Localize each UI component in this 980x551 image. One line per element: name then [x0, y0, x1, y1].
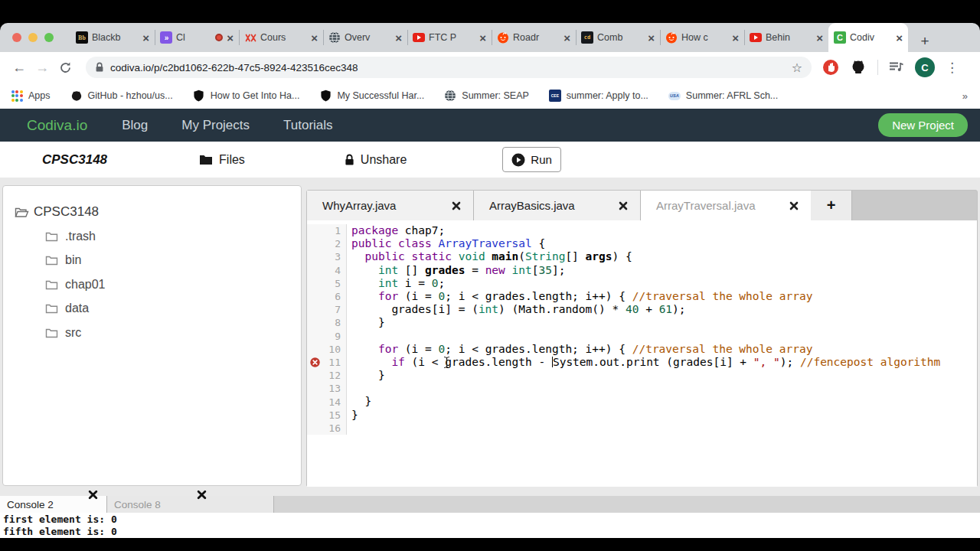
forward-icon[interactable]: → [31, 60, 54, 76]
code-text: int [] grades = new int[35]; [347, 264, 565, 277]
unshare-button[interactable]: Unshare [345, 153, 407, 167]
file-tree-folder-src[interactable]: src [3, 321, 301, 345]
browser-tab-cl[interactable]: »Cl× [155, 23, 239, 52]
tab-close-icon[interactable]: × [564, 32, 570, 44]
code-line[interactable]: 7 grades[i] = (int) (Math.random() * 40 … [307, 303, 977, 316]
tab-title: Blackb [92, 32, 139, 43]
nav-link-blog[interactable]: Blog [122, 118, 148, 133]
new-project-button[interactable]: New Project [878, 113, 968, 137]
nav-link-tutorials[interactable]: Tutorials [283, 118, 333, 133]
bookmark-star-icon[interactable]: ☆ [792, 60, 802, 75]
file-tree-folder-bin[interactable]: bin [3, 249, 301, 273]
code-line[interactable]: 15} [307, 409, 977, 422]
code-editor[interactable]: 1package chap7;2public class ArrayTraver… [307, 220, 977, 487]
tab-close-icon[interactable]: × [648, 32, 655, 44]
back-icon[interactable]: ← [8, 60, 31, 76]
bookmark-how-to-get-into-ha-[interactable]: How to Get Into Ha... [193, 90, 300, 102]
browser-tabs: BbBlackb×»Cl×Cours×Overv×FTC P×Roadr×cdC… [70, 23, 908, 52]
tab-close-icon[interactable]: × [311, 32, 318, 44]
folder-label: data [65, 302, 89, 315]
code-line[interactable]: 1package chap7; [307, 224, 977, 237]
browser-tab-how-c[interactable]: How c× [660, 23, 744, 52]
tab-close-icon[interactable]: × [732, 32, 739, 44]
bookmark-my-successful-har-[interactable]: My Successful Har... [319, 90, 424, 102]
close-icon[interactable] [619, 201, 628, 210]
gutter: 3 [307, 250, 347, 263]
code-line[interactable]: 13 [307, 382, 977, 395]
github-extension-icon[interactable] [850, 59, 867, 76]
tab-close-icon[interactable]: × [142, 32, 149, 44]
browser-tab-cours[interactable]: Cours× [239, 23, 323, 52]
adblock-icon[interactable] [822, 59, 839, 76]
editor-tab-arraytraversal-java[interactable]: ArrayTraversal.java [641, 191, 811, 220]
editor-tab-whyarray-java[interactable]: WhyArray.java [307, 191, 474, 220]
line-number: 12 [322, 370, 346, 381]
tab-close-icon[interactable]: × [896, 32, 903, 44]
close-icon[interactable] [452, 201, 461, 210]
bookmark-summer-afrl-sch-[interactable]: USASummer: AFRL Sch... [668, 90, 778, 102]
brand-logo[interactable]: Codiva.io [27, 117, 87, 134]
zoom-window-button[interactable] [44, 33, 54, 42]
file-tree-folder-trash[interactable]: .trash [3, 224, 301, 249]
profile-avatar[interactable]: C [915, 57, 935, 77]
unshare-label: Unshare [361, 153, 407, 167]
code-line[interactable]: 9 [307, 330, 977, 343]
code-line[interactable]: 10 for (i = 0; i < grades.length; i++) {… [307, 343, 977, 356]
browser-tab-blackb[interactable]: BbBlackb× [70, 23, 155, 52]
console-tab-console-2[interactable]: Console 2 [0, 496, 107, 513]
close-icon[interactable] [88, 490, 98, 500]
tab-close-icon[interactable]: × [227, 32, 234, 44]
close-icon[interactable] [197, 490, 207, 500]
url-field[interactable]: codiva.io/p/c2bd1062-622b-47c5-8924-4235… [86, 57, 812, 78]
code-line[interactable]: 2public class ArrayTraversal { [307, 237, 977, 250]
browser-tab-behin[interactable]: Behin× [744, 23, 828, 52]
console-tab-console-8[interactable]: Console 8 [107, 496, 274, 513]
browser-tab-codiv[interactable]: CCodiv× [828, 23, 908, 52]
reload-icon[interactable] [54, 61, 77, 74]
line-number: 1 [322, 225, 346, 236]
playlist-icon[interactable] [889, 61, 904, 73]
close-window-button[interactable] [12, 33, 21, 42]
file-tree-folder-data[interactable]: data [3, 297, 301, 321]
run-button[interactable]: Run [502, 147, 561, 172]
menu-kebab-icon[interactable]: ⋮ [946, 60, 959, 76]
code-line[interactable]: 14 } [307, 395, 977, 408]
close-icon[interactable] [789, 201, 799, 210]
bookmark-apps[interactable]: Apps [11, 90, 51, 102]
minimize-window-button[interactable] [28, 33, 38, 42]
code-line[interactable]: 8 } [307, 316, 977, 329]
new-tab-button[interactable]: + [914, 31, 936, 52]
tab-close-icon[interactable]: × [479, 32, 486, 44]
bookmark-summer-apply-to-[interactable]: CEEsummer: Apply to... [549, 90, 648, 102]
tab-close-icon[interactable]: × [816, 32, 823, 44]
tab-close-icon[interactable]: × [395, 32, 402, 44]
file-tree-root[interactable]: CPSC3148 [15, 204, 301, 220]
screen: BbBlackb×»Cl×Cours×Overv×FTC P×Roadr×cdC… [0, 0, 980, 551]
bookmarks-overflow-icon[interactable]: » [962, 90, 968, 102]
browser-tab-ftc-p[interactable]: FTC P× [407, 23, 492, 52]
tab-title: Comb [597, 32, 644, 43]
code-line[interactable]: 5 int i = 0; [307, 277, 977, 290]
editor-new-file-button[interactable]: + [811, 191, 852, 220]
code-line[interactable]: 3 public static void main(String[] args)… [307, 250, 977, 263]
code-line[interactable]: 16 [307, 422, 977, 435]
code-line[interactable]: 11 if (i < grades.length - System.out.pr… [307, 356, 977, 369]
tab-title: FTC P [429, 32, 475, 43]
code-line[interactable]: 6 for (i = 0; i < grades.length; i++) { … [307, 290, 977, 303]
nav-link-my-projects[interactable]: My Projects [181, 118, 250, 133]
browser-tab-comb[interactable]: cdComb× [576, 23, 660, 52]
editor-tab-arraybasics-java[interactable]: ArrayBasics.java [474, 191, 641, 220]
editor-tabs: WhyArray.javaArrayBasics.javaArrayTraver… [307, 191, 977, 220]
browser-tab-overv[interactable]: Overv× [323, 23, 407, 52]
code-line[interactable]: 4 int [] grades = new int[35]; [307, 264, 977, 277]
code-line[interactable]: 12 } [307, 369, 977, 382]
browser-tab-roadr[interactable]: Roadr× [492, 23, 576, 52]
reddit-icon [497, 31, 509, 44]
line-number: 6 [322, 291, 346, 302]
files-button[interactable]: Files [199, 153, 245, 167]
tab-title: Cl [176, 32, 211, 43]
bookmark-summer-seap[interactable]: Summer: SEAP [444, 90, 529, 102]
file-tree-folder-chap01[interactable]: chap01 [3, 272, 301, 297]
run-label: Run [531, 153, 552, 166]
bookmark-github-hzhou-us-[interactable]: GitHub - hzhou/us... [70, 90, 173, 102]
